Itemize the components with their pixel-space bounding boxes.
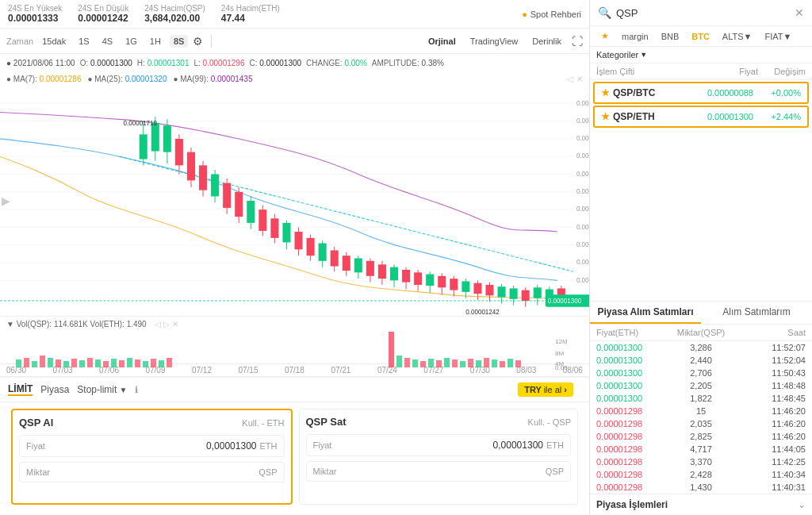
svg-rect-37 bbox=[211, 175, 219, 197]
buy-amount-field[interactable]: Miktar QSP bbox=[19, 462, 285, 482]
svg-rect-31 bbox=[175, 139, 183, 165]
svg-rect-123 bbox=[396, 356, 402, 367]
stat-vol-qsp: 24S Hacim(QSP) 3,684,020.00 bbox=[144, 4, 205, 24]
svg-rect-45 bbox=[259, 209, 266, 231]
ma-close-icon[interactable]: ✕ bbox=[576, 75, 583, 83]
trade-amount: 2,706 bbox=[666, 368, 736, 378]
time-4s[interactable]: 4S bbox=[98, 35, 117, 48]
piyasa-islemleri[interactable]: Piyasa İşlemleri ⌄ bbox=[590, 494, 812, 515]
svg-rect-106 bbox=[48, 358, 53, 367]
buy-price-field[interactable]: Fiyat 0,00001300 ETH bbox=[19, 435, 285, 457]
categories-dropdown-icon: ▼ bbox=[640, 51, 647, 59]
svg-rect-135 bbox=[492, 359, 497, 367]
trade-time: 11:52:04 bbox=[736, 356, 806, 365]
tab-stop-limit[interactable]: Stop-limit ▼ bbox=[77, 384, 127, 395]
chart-toolbar: Zaman 15dak 1S 4S 1G 1H 8S ⚙ Orjinal Tra… bbox=[0, 29, 589, 54]
toolbar-separator bbox=[211, 35, 212, 48]
ma25: ● MA(25): 0.00001320 bbox=[87, 75, 167, 83]
sell-amount-field[interactable]: Miktar QSP bbox=[306, 461, 572, 482]
left-expand-btn[interactable]: ▶ bbox=[2, 194, 10, 207]
svg-rect-104 bbox=[32, 361, 37, 367]
pair-row-qsp-eth[interactable]: ★ QSP/ETH 0.00001300 +2.44% bbox=[593, 106, 809, 128]
svg-rect-103 bbox=[24, 358, 29, 367]
svg-rect-41 bbox=[235, 192, 243, 217]
market-tab-all[interactable]: Piyasa Alım Satımları bbox=[590, 302, 701, 324]
svg-rect-128 bbox=[436, 360, 442, 367]
order-info-icon[interactable]: ℹ bbox=[135, 385, 138, 395]
trades-col-amount: Miktar(QSP) bbox=[666, 328, 736, 337]
svg-text:0.00001242: 0.00001242 bbox=[465, 307, 500, 316]
filter-tab-btc[interactable]: BTC bbox=[687, 30, 714, 43]
filter-tab-fiat[interactable]: FIAT▼ bbox=[760, 30, 796, 43]
svg-rect-85 bbox=[498, 286, 506, 297]
sell-price-value: 0,00001300 bbox=[493, 440, 543, 451]
filter-tab-star[interactable]: ★ bbox=[596, 29, 614, 43]
svg-rect-51 bbox=[295, 232, 303, 249]
svg-rect-73 bbox=[426, 275, 434, 286]
sell-price-value-container: 0,00001300 ETH bbox=[493, 440, 564, 451]
trade-row: 0.00001298 2,035 11:46:20 bbox=[590, 417, 812, 430]
chart-settings-icon[interactable]: ⚙ bbox=[193, 35, 203, 48]
pair-price-qsp-eth: 0.00001300 bbox=[682, 112, 753, 121]
order-area: LİMİT Piyasa Stop-limit ▼ ℹ TRY ile al › bbox=[0, 376, 589, 515]
view-depth[interactable]: Derinlik bbox=[528, 35, 565, 48]
search-clear-icon[interactable]: ✕ bbox=[795, 6, 804, 19]
svg-rect-137 bbox=[508, 359, 513, 367]
ma-controls: ◁ ✕ bbox=[567, 75, 583, 83]
candle-amplitude: AMPLITUDE: 0.38% bbox=[372, 59, 444, 67]
trade-price: 0.00001298 bbox=[596, 444, 666, 454]
tab-limit[interactable]: LİMİT bbox=[8, 383, 33, 396]
market-tabs: Piyasa Alım Satımları Alım Satımlarım bbox=[590, 302, 812, 325]
svg-rect-112 bbox=[95, 359, 101, 367]
svg-text:0.00001740: 0.00001740 bbox=[576, 98, 589, 107]
pair-row-qsp-btc[interactable]: ★ QSP/BTC 0.00000088 +0.00% bbox=[593, 82, 809, 104]
time-8s[interactable]: 8S bbox=[170, 35, 188, 48]
time-1s[interactable]: 1S bbox=[75, 35, 93, 48]
filter-tab-margin[interactable]: margin bbox=[617, 30, 653, 43]
svg-rect-133 bbox=[476, 360, 481, 367]
time-1g[interactable]: 1G bbox=[121, 35, 141, 48]
svg-rect-117 bbox=[135, 359, 140, 367]
svg-text:0.00001440: 0.00001440 bbox=[576, 240, 589, 249]
filter-tab-bnb[interactable]: BNB bbox=[657, 30, 684, 43]
search-input[interactable] bbox=[616, 7, 790, 19]
tab-market[interactable]: Piyasa bbox=[40, 384, 69, 395]
chart-canvas: 0.00001740 0.00001700 0.00001680 0.00001… bbox=[0, 86, 589, 316]
trades-col-price: Fiyat(ETH) bbox=[596, 328, 666, 337]
sell-price-field[interactable]: Fiyat 0,00001300 ETH bbox=[306, 434, 572, 456]
stat-low-label: 24S En Düşük bbox=[78, 4, 128, 13]
svg-rect-29 bbox=[163, 125, 171, 152]
time-1h[interactable]: 1H bbox=[146, 35, 165, 48]
svg-rect-136 bbox=[500, 361, 505, 367]
filter-tab-alts[interactable]: ALTS▼ bbox=[718, 30, 757, 43]
svg-text:0.00001540: 0.00001540 bbox=[576, 205, 589, 213]
svg-rect-113 bbox=[103, 361, 109, 367]
sell-price-label: Fiyat bbox=[313, 440, 332, 450]
spot-guide-btn[interactable]: ● Spot Rehberi bbox=[522, 10, 581, 19]
svg-rect-111 bbox=[87, 358, 93, 367]
pair-change-qsp-btc: +0.00% bbox=[753, 88, 801, 98]
svg-rect-35 bbox=[199, 165, 207, 190]
piyasa-islemleri-expand-icon[interactable]: ⌄ bbox=[798, 499, 806, 510]
stat-vol-qsp-label: 24S Hacim(QSP) bbox=[144, 4, 205, 13]
pair-name-qsp-eth: ★ QSP/ETH bbox=[601, 111, 682, 122]
trade-amount: 3,286 bbox=[666, 343, 736, 352]
view-tradingview[interactable]: TradingView bbox=[466, 35, 523, 48]
svg-rect-55 bbox=[319, 244, 327, 261]
trade-amount: 4,717 bbox=[666, 444, 736, 454]
trade-row: 0.00001300 2,440 11:52:04 bbox=[590, 354, 812, 367]
ma-edit-icon[interactable]: ◁ bbox=[567, 75, 573, 83]
stat-vol-qsp-value: 3,684,020.00 bbox=[144, 13, 205, 24]
trade-price: 0.00001300 bbox=[596, 356, 666, 365]
expand-icon[interactable]: ⛶ bbox=[572, 35, 583, 48]
svg-rect-126 bbox=[420, 361, 426, 367]
time-15m[interactable]: 15dak bbox=[38, 35, 70, 48]
market-tab-mine[interactable]: Alım Satımlarım bbox=[701, 302, 812, 324]
svg-text:8M: 8M bbox=[555, 350, 564, 357]
try-buy-button[interactable]: TRY ile al › bbox=[518, 382, 573, 397]
svg-text:0.00001660: 0.00001660 bbox=[576, 152, 589, 160]
pairs-table: İşlem Çifti Fiyat Değişim ★ QSP/BTC 0.00… bbox=[590, 63, 812, 301]
pairs-col-pair: İşlem Çifti bbox=[596, 67, 687, 76]
buy-form-header: QSP Al Kull. - ETH bbox=[19, 417, 285, 429]
view-original[interactable]: Orjinal bbox=[424, 35, 460, 48]
